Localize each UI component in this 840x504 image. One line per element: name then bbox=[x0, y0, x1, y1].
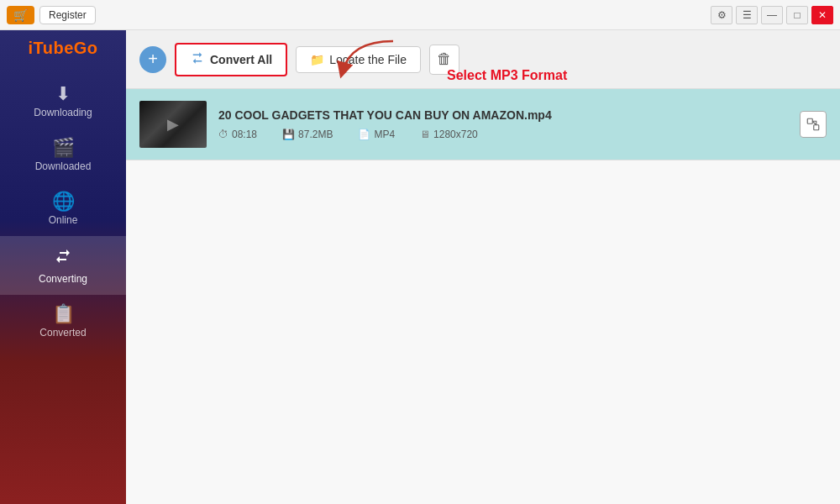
convert-all-icon bbox=[190, 50, 205, 69]
sidebar-item-downloading[interactable]: ⬇ Downloading bbox=[0, 75, 126, 129]
title-bar-left: 🛒 Register bbox=[7, 6, 96, 24]
globe-icon: 🌐 bbox=[52, 192, 75, 211]
cart-button[interactable]: 🛒 bbox=[7, 6, 34, 24]
resolution-value: 1280x720 bbox=[433, 129, 478, 140]
film-icon: 🎬 bbox=[52, 139, 75, 157]
sidebar-label-converting: Converting bbox=[39, 273, 87, 285]
app-title-text: iTubeGo bbox=[28, 39, 97, 57]
file-name: 20 COOL GADGETS THAT YOU CAN BUY ON AMAZ… bbox=[218, 108, 788, 122]
menu-button[interactable]: ☰ bbox=[736, 6, 758, 24]
main-layout: iTubeGo ⬇ Downloading 🎬 Downloaded 🌐 Onl… bbox=[0, 30, 840, 504]
list-icon: 📋 bbox=[52, 305, 75, 323]
sidebar: iTubeGo ⬇ Downloading 🎬 Downloaded 🌐 Onl… bbox=[0, 30, 126, 504]
format-value: MP4 bbox=[374, 129, 395, 140]
resolution-icon: 🖥 bbox=[420, 129, 430, 140]
locate-file-icon: 📁 bbox=[310, 53, 324, 66]
svg-rect-1 bbox=[814, 125, 819, 130]
meta-size: 💾 87.2MB bbox=[282, 129, 333, 140]
sidebar-label-converted: Converted bbox=[39, 327, 86, 339]
duration-value: 08:18 bbox=[232, 129, 257, 140]
clock-icon: ⏱ bbox=[218, 129, 228, 140]
sidebar-item-converted[interactable]: 📋 Converted bbox=[0, 295, 126, 349]
close-button[interactable]: ✕ bbox=[811, 6, 833, 24]
locate-file-label: Locate the File bbox=[329, 53, 407, 66]
toolbar: + Convert All bbox=[126, 30, 840, 89]
maximize-button[interactable]: □ bbox=[786, 6, 808, 24]
app-title: iTubeGo bbox=[28, 39, 97, 58]
meta-format: 📄 MP4 bbox=[358, 129, 395, 140]
convert-all-label: Convert All bbox=[210, 53, 272, 66]
add-button[interactable]: + bbox=[139, 46, 166, 73]
svg-rect-0 bbox=[807, 118, 812, 123]
minimize-button[interactable]: — bbox=[761, 6, 783, 24]
download-icon: ⬇ bbox=[55, 85, 71, 103]
meta-resolution: 🖥 1280x720 bbox=[420, 129, 478, 140]
thumbnail-image: ▶ bbox=[139, 101, 207, 148]
file-info: 20 COOL GADGETS THAT YOU CAN BUY ON AMAZ… bbox=[218, 108, 788, 140]
sidebar-label-downloading: Downloading bbox=[34, 107, 92, 118]
settings-button[interactable]: ⚙ bbox=[711, 6, 732, 24]
size-value: 87.2MB bbox=[298, 129, 333, 140]
file-meta: ⏱ 08:18 💾 87.2MB 📄 MP4 🖥 bbox=[218, 129, 788, 140]
select-mp3-text: Select MP3 Format bbox=[447, 68, 567, 82]
register-button[interactable]: Register bbox=[39, 6, 96, 24]
title-bar-actions: ⚙ ☰ — □ ✕ bbox=[711, 6, 833, 24]
title-bar: 🛒 Register ⚙ ☰ — □ ✕ bbox=[0, 0, 840, 30]
select-mp3-label: Select MP3 Format bbox=[447, 68, 567, 83]
sidebar-item-downloaded[interactable]: 🎬 Downloaded bbox=[0, 129, 126, 182]
size-icon: 💾 bbox=[282, 129, 295, 140]
table-row: ▶ 20 COOL GADGETS THAT YOU CAN BUY ON AM… bbox=[126, 89, 840, 160]
play-icon: ▶ bbox=[167, 115, 179, 134]
sidebar-label-downloaded: Downloaded bbox=[35, 160, 92, 172]
sidebar-item-online[interactable]: 🌐 Online bbox=[0, 182, 126, 236]
sidebar-item-converting[interactable]: Converting bbox=[0, 236, 126, 295]
file-thumbnail: ▶ bbox=[139, 101, 207, 148]
convert-file-button[interactable] bbox=[800, 111, 827, 138]
content-area: + Convert All bbox=[126, 30, 840, 504]
delete-icon: 🗑 bbox=[437, 50, 452, 68]
convert-all-button[interactable]: Convert All bbox=[175, 43, 287, 76]
format-icon: 📄 bbox=[358, 129, 370, 140]
locate-file-button[interactable]: 📁 Locate the File bbox=[296, 46, 421, 73]
meta-duration: ⏱ 08:18 bbox=[218, 129, 257, 140]
file-list-area: ▶ 20 COOL GADGETS THAT YOU CAN BUY ON AM… bbox=[126, 89, 840, 504]
convert-nav-icon bbox=[53, 246, 73, 270]
sidebar-label-online: Online bbox=[49, 214, 78, 226]
